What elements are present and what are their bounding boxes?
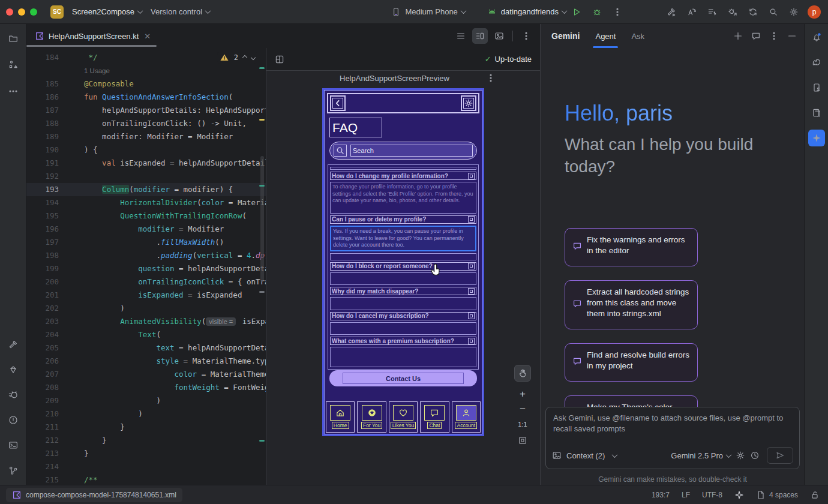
model-dropdown[interactable]: Gemini 2.5 Pro <box>671 451 731 460</box>
search-button[interactable] <box>764 3 782 21</box>
wire-nav-item-chat[interactable]: Chat <box>420 401 449 433</box>
device-selector[interactable]: Medium Phone <box>391 7 465 17</box>
context-dropdown[interactable]: Context (2) <box>566 451 617 460</box>
macos-traffic-lights[interactable] <box>6 8 37 16</box>
zoom-to-fit-button[interactable] <box>514 433 531 448</box>
close-tab-icon[interactable]: ✕ <box>144 32 151 41</box>
wire-faq-answer-collapsed[interactable] <box>330 347 476 367</box>
editor-options-kebab[interactable] <box>518 28 534 44</box>
zoom-actual-size-button[interactable]: 1:1 <box>514 418 531 431</box>
more-actions-kebab[interactable] <box>608 3 626 21</box>
editor-scrollbar[interactable] <box>260 156 264 282</box>
build-button[interactable] <box>5 336 22 353</box>
profiler-button[interactable] <box>703 3 721 21</box>
expand-toggle-icon[interactable] <box>468 338 475 344</box>
gemini-suggestion-card[interactable]: Fix the warnings and errors in the edito… <box>565 228 698 266</box>
expand-toggle-icon[interactable] <box>468 288 475 295</box>
debug-button[interactable] <box>588 3 606 21</box>
ai-translate-button[interactable] <box>683 3 701 21</box>
wire-nav-item-likes-you[interactable]: Likes You <box>389 401 418 433</box>
tab-agent[interactable]: Agent <box>595 24 616 48</box>
wire-faq-question[interactable]: Can I pause or delete my profile? <box>330 215 476 224</box>
attach-debugger-button[interactable] <box>724 3 742 21</box>
design-view-button[interactable] <box>491 28 507 44</box>
preview-phone-frame[interactable]: FAQ Search How do I change my profile in… <box>322 88 484 436</box>
wire-faq-answer-collapsed[interactable] <box>330 272 476 285</box>
usage-hint[interactable]: 1 Usage <box>84 67 110 74</box>
gemini-options-kebab[interactable] <box>769 31 779 41</box>
close-window-button[interactable] <box>6 8 13 16</box>
layout-inspector-button[interactable] <box>808 104 825 121</box>
user-avatar[interactable]: p <box>808 5 821 19</box>
gradle-button[interactable] <box>808 54 825 71</box>
notifications-button[interactable] <box>808 29 825 46</box>
structure-button[interactable] <box>5 56 22 73</box>
more-tools-button[interactable] <box>5 83 22 100</box>
app-insights-button[interactable] <box>5 361 22 378</box>
preview-title[interactable]: HelpAndSupportScreenPreview <box>340 74 449 83</box>
vcs-selector[interactable]: Version control <box>151 7 210 16</box>
logcat-button[interactable] <box>5 386 22 403</box>
code-view-button[interactable] <box>453 28 469 44</box>
conversations-icon[interactable] <box>751 31 761 41</box>
preview-options-kebab[interactable] <box>486 73 496 83</box>
wire-nav-item-for-you[interactable]: For You <box>357 401 386 433</box>
file-encoding[interactable]: UTF-8 <box>702 491 722 499</box>
gemini-spark-button[interactable] <box>808 130 825 146</box>
wire-nav-item-account[interactable]: Account <box>452 401 481 433</box>
run-config-selector[interactable]: datingandfriends <box>487 7 566 17</box>
wire-faq-answer-collapsed[interactable] <box>330 322 476 335</box>
wire-faq-answer-collapsed[interactable] <box>330 297 476 310</box>
terminal-button[interactable] <box>5 437 22 454</box>
wire-faq-answer[interactable]: To change your profile information, go t… <box>330 182 476 213</box>
expand-toggle-icon[interactable] <box>468 216 475 223</box>
run-button[interactable] <box>568 3 586 21</box>
version-control-button[interactable] <box>5 462 22 479</box>
wire-contact-button[interactable]: Contact Us <box>329 370 477 386</box>
settings-button[interactable] <box>785 3 803 21</box>
wire-faq-question[interactable]: What comes with a premium subscription? <box>330 337 476 345</box>
wire-faq-answer[interactable]: Yes. If you need a break, you can pause … <box>330 226 476 251</box>
project-folder-button[interactable] <box>5 30 22 47</box>
build-hammer-button[interactable] <box>662 3 680 21</box>
gemini-suggestion-card[interactable]: Extract all hardcoded strings from this … <box>565 280 698 329</box>
gemini-suggestion-card[interactable]: Find and resolve build errors in my proj… <box>565 343 698 382</box>
expand-toggle-icon[interactable] <box>468 263 475 269</box>
minimize-window-button[interactable] <box>18 8 25 16</box>
prev-problem-icon[interactable] <box>242 55 247 60</box>
gemini-prompt-input[interactable] <box>546 407 799 445</box>
next-problem-icon[interactable] <box>251 55 256 60</box>
expand-toggle-icon[interactable] <box>468 173 475 179</box>
tab-ask[interactable]: Ask <box>631 24 644 48</box>
expand-toggle-icon[interactable] <box>468 313 475 319</box>
wire-faq-question[interactable]: How do I block or report someone? <box>330 262 476 271</box>
wire-faq-question[interactable]: How do I cancel my subscription? <box>330 312 476 320</box>
caret-position[interactable]: 193:7 <box>652 491 670 499</box>
inspections-widget[interactable]: 2 <box>217 52 257 64</box>
gemini-settings-icon[interactable] <box>736 451 745 460</box>
gemini-status-icon[interactable] <box>734 490 744 500</box>
attach-image-icon[interactable] <box>552 451 562 460</box>
zoom-in-button[interactable]: + <box>514 387 531 401</box>
ui-check-mode-icon[interactable] <box>275 55 284 64</box>
wire-faq-question[interactable]: Why did my match disappear? <box>330 287 476 295</box>
wire-back-button[interactable] <box>330 95 346 111</box>
wire-settings-button[interactable] <box>461 95 476 111</box>
hide-panel-icon[interactable] <box>787 31 797 41</box>
wire-search-bar[interactable]: Search <box>329 142 477 160</box>
code-editor[interactable]: 184 */1 Usage185@Composable186fun Questi… <box>26 48 266 485</box>
zoom-out-button[interactable]: − <box>514 402 531 416</box>
send-button[interactable] <box>767 447 793 464</box>
zoom-window-button[interactable] <box>30 8 37 16</box>
unlock-icon[interactable] <box>810 490 820 500</box>
history-icon[interactable] <box>750 451 760 460</box>
line-ending[interactable]: LF <box>682 491 690 499</box>
pan-tool-button[interactable] <box>514 365 531 382</box>
tab-helpandsupportscreen[interactable]: HelpAndSupportScreen.kt ✕ <box>26 24 157 48</box>
wire-nav-item-home[interactable]: Home <box>326 401 355 433</box>
device-manager-button[interactable] <box>808 79 825 96</box>
split-view-button[interactable] <box>472 28 488 44</box>
new-chat-icon[interactable] <box>733 31 743 41</box>
sync-project-button[interactable] <box>744 3 762 21</box>
indent-setting[interactable]: 4 spaces <box>756 490 798 500</box>
